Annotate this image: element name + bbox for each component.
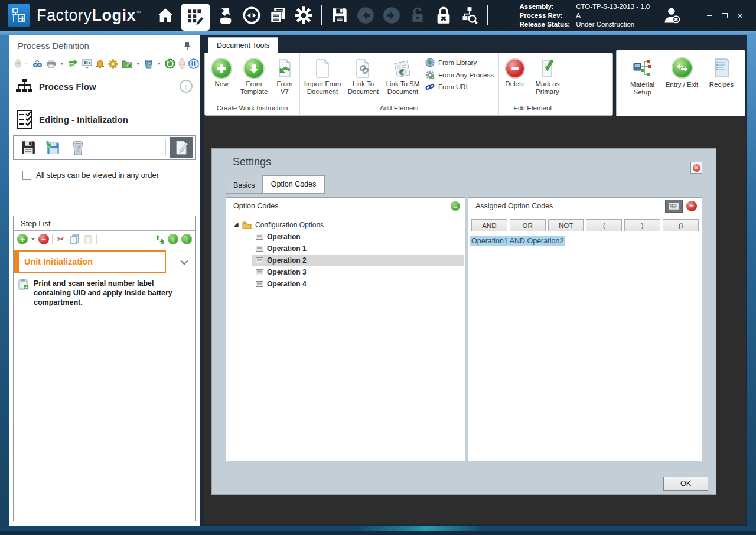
recycle-dropdown-icon[interactable] [157, 63, 161, 65]
sync-button[interactable] [242, 4, 262, 27]
settings-gear-button[interactable] [294, 4, 314, 27]
bell-icon[interactable] [96, 58, 105, 69]
copy-icon[interactable] [69, 234, 80, 244]
paren-pair-button[interactable]: () [663, 219, 699, 231]
from-library-button[interactable]: From Library [425, 58, 494, 67]
link-to-sm-document-button[interactable]: Link To SM Document [383, 57, 422, 96]
expander-icon[interactable] [233, 222, 238, 227]
minimize-button[interactable] [702, 8, 717, 22]
tree-item[interactable]: Operation 4 [226, 278, 465, 290]
documents-button[interactable] [268, 4, 288, 27]
from-url-button[interactable]: From URL [425, 83, 494, 91]
refresh-icon[interactable] [165, 58, 175, 69]
import-data-button[interactable] [216, 4, 236, 27]
presentation-icon[interactable] [82, 58, 92, 69]
from-template-button[interactable]: From Template [237, 57, 271, 96]
ribbon-group-add: Import From Document Link To Document Li… [300, 53, 499, 115]
delete-step-button[interactable]: 7 [67, 138, 89, 157]
process-search-button[interactable] [460, 4, 480, 27]
save-step-button[interactable] [18, 138, 39, 157]
assigned-option-codes-panel: Assigned Option Codes − AND OR NOT ( ) (… [468, 197, 702, 461]
move-step-up-button[interactable]: ↑ [168, 234, 178, 244]
separator [165, 139, 166, 156]
expression-text[interactable]: Operation1 AND Operation2 [470, 236, 565, 246]
maximize-button[interactable] [717, 8, 732, 22]
close-paren-button[interactable]: ) [624, 219, 660, 231]
pause-icon[interactable] [188, 58, 199, 69]
home-button[interactable] [155, 4, 175, 27]
or-button[interactable]: OR [510, 219, 546, 231]
import-from-document-button[interactable]: Import From Document [302, 57, 343, 96]
edit-mode-button[interactable] [170, 137, 193, 158]
window-frame-bottom [0, 526, 756, 535]
tree-root-row[interactable]: Configuration Options [226, 219, 465, 231]
process-flow-row[interactable]: Process Flow ↓ [9, 70, 200, 94]
tree-item[interactable]: Operation [226, 231, 465, 243]
folder-icon [242, 221, 252, 229]
link-to-document-button[interactable]: Link To Document [344, 57, 382, 96]
open-paren-button[interactable]: ( [586, 219, 622, 231]
selected-step[interactable]: Unit Initialization [14, 250, 166, 273]
export-dropdown-icon[interactable] [136, 63, 140, 65]
cut-icon[interactable]: ✂ [56, 234, 66, 244]
unlock-button[interactable] [408, 4, 428, 27]
remove-step-button[interactable]: − [38, 234, 49, 244]
from-any-process-button[interactable]: From Any Process [425, 70, 494, 80]
add-process-button[interactable]: + [15, 59, 21, 68]
remove-icon[interactable]: − [179, 58, 185, 69]
process-designer-button[interactable] [181, 4, 210, 31]
assign-option-button[interactable]: → [451, 201, 460, 211]
tree-item-selected[interactable]: Operation 2 [226, 255, 465, 266]
any-order-checkbox[interactable] [22, 171, 31, 180]
close-button[interactable]: × [732, 8, 748, 22]
gear-icon[interactable] [108, 58, 118, 69]
keyboard-entry-button[interactable] [665, 200, 683, 213]
find-icon[interactable] [32, 58, 43, 69]
step-item[interactable]: Unit Initialization [14, 250, 192, 273]
not-button[interactable]: NOT [548, 219, 584, 231]
recycle-icon[interactable] [144, 58, 153, 69]
add-step-button[interactable]: + [17, 234, 28, 244]
save-button[interactable] [330, 4, 350, 27]
from-v7-button[interactable]: From V7 [272, 57, 298, 96]
print-dropdown-icon[interactable] [60, 63, 64, 65]
tab-document-tools[interactable]: Document Tools [208, 37, 278, 53]
add-step-dropdown-icon[interactable] [31, 238, 35, 240]
tree-item[interactable]: Operation 1 [226, 243, 465, 255]
entry-exit-button[interactable]: Entry / Exit [662, 57, 702, 118]
export-folder-icon[interactable] [122, 58, 132, 69]
tree-item[interactable]: Operation 3 [226, 266, 465, 278]
forward-button[interactable] [382, 4, 402, 27]
process-rev-value: A [576, 11, 650, 20]
operator-buttons: AND OR NOT ( ) () [468, 214, 702, 231]
editing-label: Editing - Initialization [39, 115, 128, 125]
reorder-check-icon[interactable] [154, 234, 165, 244]
paste-icon[interactable] [83, 234, 93, 244]
recipes-button[interactable]: Recipes [702, 57, 741, 118]
move-step-down-button[interactable]: ↓ [181, 234, 192, 244]
lock-button[interactable] [434, 4, 454, 27]
mark-as-primary-button[interactable]: Mark as Primary [530, 57, 565, 96]
swap-icon[interactable] [68, 58, 79, 69]
print-icon[interactable] [46, 58, 56, 69]
dialog-close-button[interactable]: ✕ [690, 162, 702, 174]
back-button[interactable] [356, 4, 376, 27]
pin-icon[interactable] [183, 41, 191, 51]
tab-basics[interactable]: Basics [226, 178, 263, 194]
logout-user-button[interactable] [662, 4, 682, 27]
step-expand-chevron-icon[interactable] [181, 257, 188, 265]
remove-assigned-button[interactable]: − [686, 201, 697, 211]
tab-option-codes[interactable]: Option Codes [262, 175, 325, 194]
group-label: Edit Element [500, 103, 565, 114]
and-button[interactable]: AND [471, 219, 507, 231]
new-button[interactable]: New [207, 57, 236, 88]
ok-button[interactable]: OK [663, 477, 708, 491]
collapse-arrow-icon[interactable]: ↓ [180, 80, 193, 93]
entry-exit-icon [673, 58, 692, 77]
material-setup-button[interactable]: Material Setup [623, 57, 662, 118]
delete-element-button[interactable]: Delete [501, 57, 529, 88]
any-order-checkbox-row[interactable]: All steps can be viewed in any order [9, 160, 200, 180]
add-dropdown-icon[interactable] [25, 63, 28, 65]
globe-icon [425, 58, 435, 67]
import-template-button[interactable] [43, 138, 64, 157]
